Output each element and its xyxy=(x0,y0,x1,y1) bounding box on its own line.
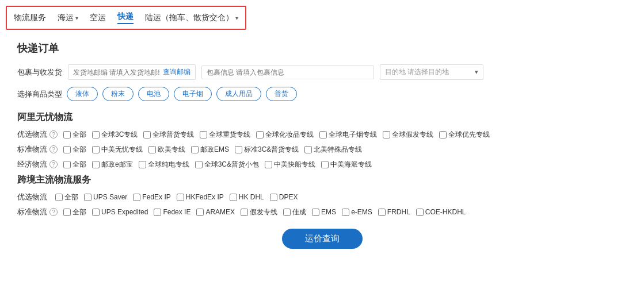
help-icon-cross-standard[interactable]: ? xyxy=(49,208,58,216)
group-cross-title: 跨境主流物流服务 xyxy=(17,174,627,186)
chevron-down-icon-dest: ▾ xyxy=(475,68,478,76)
origin-input-group: 查询邮编 xyxy=(68,64,196,80)
cross-std-jiacheng[interactable]: 佳成 xyxy=(283,207,306,217)
help-icon-ali-economy[interactable]: ? xyxy=(49,160,58,168)
main-content: 快递订单 包裹与收发货 查询邮编 目的地 请选择目的地 ▾ 选择商品类型 液体 … xyxy=(0,30,644,260)
ali-premium-general[interactable]: 全球普货专线 xyxy=(143,130,194,140)
ali-premium-wig[interactable]: 全球假发专线 xyxy=(383,130,433,140)
help-icon-ali-premium[interactable]: ? xyxy=(49,130,58,138)
cross-prem-ups-saver[interactable]: UPS Saver xyxy=(84,193,127,201)
cross-std-frdhl[interactable]: FRDHL xyxy=(378,208,410,216)
ali-premium-row: 优选物流 ? 全部 全球3C专线 全球普货专线 全球重货专线 全球化妆品专线 全… xyxy=(17,129,627,140)
tag-liquid[interactable]: 液体 xyxy=(67,87,98,101)
cross-prem-dpex[interactable]: DPEX xyxy=(270,193,298,201)
ali-standard-label: 标准物流 ? xyxy=(17,144,58,155)
destination-select[interactable]: 目的地 请选择目的地 ▾ xyxy=(380,64,483,80)
cross-prem-fedex-ip[interactable]: FedEx IP xyxy=(133,193,170,201)
ali-eco-epacket[interactable]: 邮政e邮宝 xyxy=(92,160,133,169)
tag-ecigarette[interactable]: 电子烟 xyxy=(174,87,212,101)
ali-premium-all[interactable]: 全部 xyxy=(63,130,86,140)
chevron-down-icon-land: ▾ xyxy=(235,15,238,21)
ali-std-na-special[interactable]: 北美特殊品专线 xyxy=(304,145,362,155)
help-icon-ali-standard[interactable]: ? xyxy=(49,145,58,153)
ali-premium-priority[interactable]: 全球优先专线 xyxy=(439,130,490,140)
tag-powder[interactable]: 粉末 xyxy=(102,87,134,101)
query-postal-link[interactable]: 查询邮编 xyxy=(163,67,190,77)
filter-row: 包裹与收发货 查询邮编 目的地 请选择目的地 ▾ xyxy=(17,64,627,80)
cross-standard-row: 标准物流 ? 全部 UPS Expedited Fedex IE ARAMEX … xyxy=(17,207,627,217)
ali-premium-3c[interactable]: 全球3C专线 xyxy=(92,130,138,140)
chevron-down-icon: ▾ xyxy=(75,15,78,21)
cross-std-e-ems[interactable]: e-EMS xyxy=(342,208,372,216)
tag-adult[interactable]: 成人用品 xyxy=(216,87,261,101)
section-title: 快递订单 xyxy=(17,41,627,55)
ali-standard-row: 标准物流 ? 全部 中美无忧专线 欧美专线 邮政EMS 标准3C&普货专线 北美… xyxy=(17,144,627,155)
nav-item-air[interactable]: 空运 xyxy=(90,13,106,23)
cross-std-wig[interactable]: 假发专线 xyxy=(241,207,277,217)
nav-item-express[interactable]: 快递 xyxy=(117,11,134,24)
cross-prem-hk-dhl[interactable]: HK DHL xyxy=(230,193,264,201)
ali-economy-row: 经济物流 ? 全部 邮政e邮宝 全球纯电专线 全球3C&普货小包 中美快船专线 … xyxy=(17,159,627,169)
query-button[interactable]: 运价查询 xyxy=(282,229,363,249)
nav-item-sea[interactable]: 海运 ▾ xyxy=(58,13,78,23)
ali-premium-cosmetics[interactable]: 全球化妆品专线 xyxy=(256,130,314,140)
nav-item-logistics[interactable]: 物流服务 xyxy=(14,13,46,23)
filter-label: 包裹与收发货 xyxy=(17,67,62,78)
parcel-input[interactable] xyxy=(207,68,369,76)
ali-premium-heavy[interactable]: 全球重货专线 xyxy=(200,130,250,140)
product-type-label: 选择商品类型 xyxy=(17,89,62,99)
cross-std-fedex-ie[interactable]: Fedex IE xyxy=(154,208,190,216)
cross-std-ems[interactable]: EMS xyxy=(312,208,336,216)
query-btn-row: 运价查询 xyxy=(17,229,627,249)
ali-premium-label: 优选物流 ? xyxy=(17,129,58,140)
parcel-input-group xyxy=(201,65,374,79)
ali-std-3c[interactable]: 标准3C&普货专线 xyxy=(235,145,299,155)
cross-std-aramex[interactable]: ARAMEX xyxy=(196,208,235,216)
ali-eco-cnusa-sea[interactable]: 中美海派专线 xyxy=(321,160,372,169)
cross-std-coe-hkdhl[interactable]: COE-HKDHL xyxy=(416,208,466,216)
top-navigation: 物流服务 海运 ▾ 空运 快递 陆运（拖车、散货交仓） ▾ xyxy=(6,6,246,30)
cross-premium-row: 优选物流 全部 UPS Saver FedEx IP HKFedEx IP HK… xyxy=(17,192,627,202)
ali-eco-all[interactable]: 全部 xyxy=(63,160,86,169)
tag-battery[interactable]: 电池 xyxy=(138,87,169,101)
ali-std-all[interactable]: 全部 xyxy=(63,145,86,155)
nav-item-land[interactable]: 陆运（拖车、散货交仓） ▾ xyxy=(145,13,238,23)
ali-eco-pure-elec[interactable]: 全球纯电专线 xyxy=(139,160,189,169)
cross-premium-label: 优选物流 xyxy=(17,192,49,202)
product-type-row: 选择商品类型 液体 粉末 电池 电子烟 成人用品 普货 xyxy=(17,87,627,101)
ali-std-eu[interactable]: 欧美专线 xyxy=(148,145,185,155)
tag-general[interactable]: 普货 xyxy=(266,87,297,101)
ali-std-cnusa[interactable]: 中美无忧专线 xyxy=(92,145,143,155)
ali-eco-cnusa-ship[interactable]: 中美快船专线 xyxy=(265,160,315,169)
cross-std-all[interactable]: 全部 xyxy=(63,207,86,217)
group-ali-title: 阿里无忧物流 xyxy=(17,111,627,124)
cross-prem-hkfedex-ip[interactable]: HKFedEx IP xyxy=(177,193,224,201)
ali-premium-ecigarette[interactable]: 全球电子烟专线 xyxy=(319,130,377,140)
ali-eco-3c-pkg[interactable]: 全球3C&普货小包 xyxy=(195,160,259,169)
cross-standard-label: 标准物流 ? xyxy=(17,207,58,217)
ali-economy-label: 经济物流 ? xyxy=(17,159,58,169)
destination-placeholder: 目的地 请选择目的地 xyxy=(385,67,449,77)
origin-input[interactable] xyxy=(73,68,159,76)
ali-std-ems[interactable]: 邮政EMS xyxy=(191,145,229,155)
cross-prem-all[interactable]: 全部 xyxy=(55,192,78,202)
cross-std-ups-exp[interactable]: UPS Expedited xyxy=(92,208,148,216)
